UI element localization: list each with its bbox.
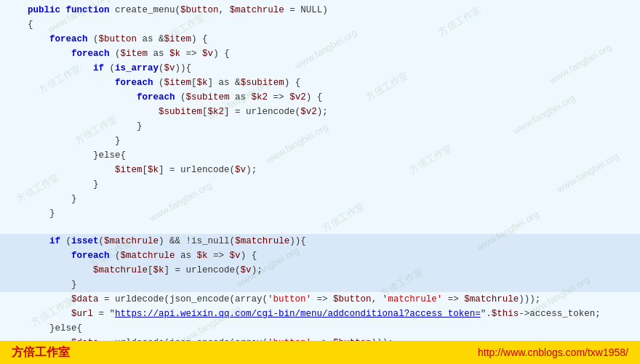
code-text: $data = urldecode(json_encode(array('but… [6, 293, 540, 306]
code-line: } [0, 278, 640, 292]
code-text: } [6, 178, 99, 191]
brand-left: 方倍工作室 [12, 345, 70, 360]
code-text: } [6, 134, 121, 147]
code-line: } [0, 177, 640, 192]
code-text: if (isset($matchrule) && !is_null($match… [6, 235, 306, 248]
code-line: foreach ($subitem as $k2 => $v2) { [0, 90, 640, 105]
code-line: $subitem[$k2] = urlencode($v2); [0, 105, 640, 119]
code-line: foreach ($item as $k => $v) { [0, 46, 640, 61]
bottom-bar: 方倍工作室 http://www.cnblogs.com/txw1958/ [0, 341, 640, 364]
code-text: } [6, 193, 77, 206]
code-line: $matchrule[$k] = urlencode($v); [0, 263, 640, 278]
code-line: if (is_array($v)){ [0, 61, 640, 76]
code-text: $subitem[$k2] = urlencode($v2); [6, 105, 328, 118]
code-text: } [6, 207, 55, 220]
code-text: public function create_menu($button, $ma… [6, 4, 328, 17]
code-text: foreach ($button as &$item) { [6, 33, 208, 46]
code-line: $url = "https://api.weixin.qq.com/cgi-bi… [0, 307, 640, 321]
code-text: foreach ($item[$k] as &$subitem) { [6, 76, 300, 89]
code-text: }else{ [6, 149, 126, 162]
code-text: if (is_array($v)){ [6, 62, 191, 75]
code-text: foreach ($subitem as $k2 => $v2) { [6, 91, 322, 104]
code-container: public function create_menu($button, $ma… [0, 0, 640, 364]
code-text: { [6, 18, 33, 31]
code-line: $data = urldecode(json_encode(array('but… [0, 292, 640, 307]
code-line: public function create_menu($button, $ma… [0, 3, 640, 17]
code-line: { [0, 17, 640, 32]
code-line: }else{ [0, 321, 640, 336]
code-line: if (isset($matchrule) && !is_null($match… [0, 234, 640, 248]
code-text: $url = "https://api.weixin.qq.com/cgi-bi… [6, 307, 601, 320]
code-line: } [0, 206, 640, 221]
code-line [0, 221, 640, 234]
code-line: } [0, 192, 640, 206]
code-text: } [6, 120, 143, 133]
code-line: } [0, 134, 640, 148]
code-line: $item[$k] = urlencode($v); [0, 163, 640, 177]
brand-right: http://www.cnblogs.com/txw1958/ [478, 347, 628, 358]
code-line: foreach ($button as &$item) { [0, 32, 640, 46]
code-text: }else{ [6, 322, 82, 335]
code-line: foreach ($matchrule as $k => $v) { [0, 248, 640, 263]
code-text: foreach ($matchrule as $k => $v) { [6, 249, 257, 262]
code-text: foreach ($item as $k => $v) { [6, 47, 230, 60]
code-text: $matchrule[$k] = urlencode($v); [6, 264, 263, 277]
code-line: } [0, 119, 640, 134]
code-text: } [6, 278, 77, 291]
code-line: }else{ [0, 148, 640, 163]
code-text: $item[$k] = urlencode($v); [6, 163, 257, 177]
code-line: foreach ($item[$k] as &$subitem) { [0, 76, 640, 90]
